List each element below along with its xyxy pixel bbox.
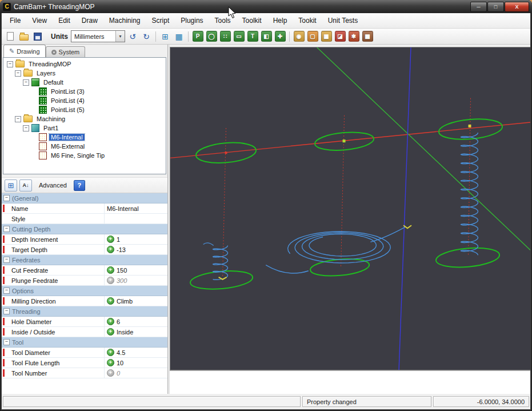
new-file-icon-button[interactable] bbox=[4, 30, 17, 42]
property-row-milling-direction[interactable]: Milling Direction+Climb bbox=[2, 296, 167, 306]
collapse-icon[interactable]: − bbox=[23, 79, 29, 86]
property-row-depth-increment[interactable]: Depth Increment+1 bbox=[2, 234, 167, 245]
collapse-icon[interactable]: − bbox=[7, 61, 13, 67]
tree-item-default[interactable]: −Default bbox=[3, 78, 166, 87]
expand-value-icon[interactable]: + bbox=[107, 359, 114, 366]
menu-tookit[interactable]: Tookit bbox=[293, 14, 322, 27]
lathe-icon-button[interactable]: ▩ bbox=[361, 30, 374, 42]
redo-icon-button[interactable]: ↻ bbox=[140, 30, 153, 42]
tree-item-machining[interactable]: −Machining bbox=[3, 114, 166, 123]
tree-item-layers[interactable]: −Layers bbox=[3, 69, 166, 78]
property-value-cell[interactable]: +0 bbox=[105, 369, 167, 377]
expand-value-icon[interactable]: + bbox=[107, 236, 114, 243]
property-row-style[interactable]: Style bbox=[2, 214, 167, 224]
property-value-cell[interactable]: +Climb bbox=[105, 297, 167, 305]
property-category-cutting-depth[interactable]: −Cutting Depth bbox=[2, 224, 167, 234]
property-row-target-depth[interactable]: Target Depth+-13 bbox=[2, 245, 167, 255]
property-value-cell[interactable]: +150 bbox=[105, 266, 167, 274]
tree-item-pointlist-5[interactable]: PointList (5) bbox=[3, 105, 166, 114]
tree-item-part1[interactable]: −Part1 bbox=[3, 123, 166, 133]
property-row-tool-flute-length[interactable]: Tool Flute Length+10 bbox=[2, 358, 167, 368]
save-icon-button[interactable] bbox=[31, 30, 44, 42]
collapse-icon[interactable]: − bbox=[3, 195, 10, 201]
menu-view[interactable]: View bbox=[26, 14, 53, 27]
collapse-icon[interactable]: − bbox=[15, 70, 21, 77]
display-grid-icon-button[interactable]: ▦ bbox=[173, 30, 185, 42]
menu-plugins[interactable]: Plugins bbox=[175, 14, 209, 27]
sort-alphabetical-button[interactable]: A↓ bbox=[19, 179, 32, 191]
open-folder-icon-button[interactable] bbox=[18, 30, 30, 42]
text-icon-button[interactable]: T bbox=[246, 30, 259, 42]
undo-icon-button[interactable]: ↺ bbox=[126, 30, 139, 42]
maximize-button[interactable]: □ bbox=[487, 2, 504, 12]
expand-value-icon[interactable]: + bbox=[107, 328, 114, 336]
collapse-icon[interactable]: − bbox=[3, 226, 10, 232]
property-category-tool[interactable]: −Tool bbox=[2, 337, 167, 348]
categorized-view-button[interactable]: ⊞ bbox=[5, 179, 17, 191]
tree-item-pointlist-3[interactable]: PointList (3) bbox=[3, 87, 166, 96]
menu-machining[interactable]: Machining bbox=[103, 14, 146, 27]
region-icon-button[interactable]: ✚ bbox=[274, 30, 286, 42]
property-category-feedrates[interactable]: −Feedrates bbox=[2, 255, 167, 265]
drill-icon-button[interactable]: ◉ bbox=[293, 30, 305, 42]
tree-item-threadingmop[interactable]: −ThreadingMOP bbox=[3, 59, 166, 69]
menu-help[interactable]: Help bbox=[267, 14, 293, 27]
property-row-tool-diameter[interactable]: Tool Diameter+4.5 bbox=[2, 348, 167, 358]
help-icon[interactable]: ? bbox=[74, 180, 85, 191]
expand-value-icon[interactable]: + bbox=[107, 297, 114, 305]
profile-icon-button[interactable]: ▢ bbox=[306, 30, 319, 42]
property-category-threading[interactable]: −Threading bbox=[2, 306, 167, 317]
property-value-cell[interactable]: M6-Internal bbox=[105, 205, 167, 212]
menu-script[interactable]: Script bbox=[146, 14, 175, 27]
title-bar[interactable]: C CamBam+ ThreadingMOP ─ □ X bbox=[0, 0, 532, 13]
menu-toolkit[interactable]: Toolkit bbox=[237, 14, 267, 27]
circle-icon-button[interactable]: ◯ bbox=[205, 30, 218, 42]
viewport-canvas[interactable] bbox=[170, 47, 530, 370]
expand-value-icon[interactable]: + bbox=[107, 318, 114, 325]
property-value-cell[interactable]: +10 bbox=[105, 359, 167, 366]
tree-item-m6-external[interactable]: M6-External bbox=[3, 142, 166, 151]
property-value-cell[interactable]: +300 bbox=[105, 277, 167, 284]
advanced-label[interactable]: Advanced bbox=[39, 182, 67, 189]
property-value-cell[interactable]: +-13 bbox=[105, 246, 167, 253]
engrave-icon-button[interactable]: ◪ bbox=[334, 30, 346, 42]
expand-value-icon[interactable]: + bbox=[107, 349, 114, 356]
property-category-general[interactable]: −(General) bbox=[2, 193, 167, 203]
pointlist-icon-button[interactable]: ∷ bbox=[219, 30, 231, 42]
collapse-icon[interactable]: − bbox=[15, 116, 21, 122]
tree-item-pointlist-4[interactable]: PointList (4) bbox=[3, 96, 166, 105]
property-row-hole-diameter[interactable]: Hole Diameter+6 bbox=[2, 317, 167, 327]
tab-drawing[interactable]: ✎Drawing bbox=[3, 45, 46, 57]
close-button[interactable]: X bbox=[505, 2, 529, 12]
expand-value-icon[interactable]: + bbox=[107, 266, 114, 274]
menu-unit-tests[interactable]: Unit Tests bbox=[322, 14, 363, 27]
collapse-icon[interactable]: − bbox=[3, 308, 10, 314]
property-row-cut-feedrate[interactable]: Cut Feedrate+150 bbox=[2, 265, 167, 276]
property-value-cell[interactable]: +Inside bbox=[105, 328, 167, 336]
property-row-tool-number[interactable]: Tool Number+0 bbox=[2, 368, 167, 378]
minimize-button[interactable]: ─ bbox=[470, 2, 487, 12]
menu-edit[interactable]: Edit bbox=[53, 14, 76, 27]
tree-item-m6-fine-single-tip[interactable]: M6 Fine, Single Tip bbox=[3, 151, 166, 160]
pocket-icon-button[interactable]: ▦ bbox=[320, 30, 333, 42]
property-value-cell[interactable]: +1 bbox=[105, 236, 167, 243]
units-combobox[interactable]: Millimeters▾ bbox=[71, 30, 125, 42]
collapse-icon[interactable]: − bbox=[3, 257, 10, 263]
property-row-plunge-feedrate[interactable]: Plunge Feedrate+300 bbox=[2, 276, 167, 286]
tab-system[interactable]: System bbox=[46, 46, 86, 57]
collapse-icon[interactable]: − bbox=[23, 125, 29, 131]
collapse-icon[interactable]: − bbox=[3, 339, 10, 345]
expand-value-icon[interactable]: + bbox=[107, 369, 114, 377]
collapse-icon[interactable]: − bbox=[3, 288, 10, 294]
expand-value-icon[interactable]: + bbox=[107, 277, 114, 284]
menu-draw[interactable]: Draw bbox=[76, 14, 103, 27]
polyline-icon-button[interactable]: P bbox=[191, 30, 204, 42]
tree-item-m6-internal[interactable]: M6-Internal bbox=[3, 133, 166, 142]
menu-file[interactable]: File bbox=[4, 14, 26, 27]
property-value-cell[interactable]: +6 bbox=[105, 318, 167, 325]
property-category-options[interactable]: −Options bbox=[2, 286, 167, 296]
rectangle-icon-button[interactable]: ▭ bbox=[233, 30, 245, 42]
expand-value-icon[interactable]: + bbox=[107, 246, 114, 253]
threading-icon-button[interactable]: ✱ bbox=[347, 30, 360, 42]
property-row-name[interactable]: NameM6-Internal bbox=[2, 203, 167, 214]
